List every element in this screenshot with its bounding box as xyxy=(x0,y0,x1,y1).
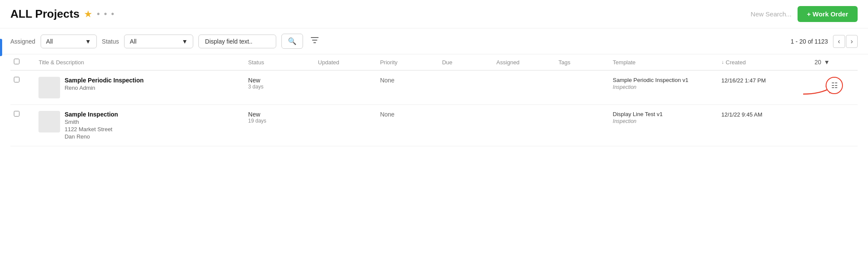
table-container: Title & Description Status Updated Prior… xyxy=(0,54,868,146)
row-subtitle: Reno Admin xyxy=(64,85,144,91)
status-value: All xyxy=(130,38,137,45)
col-header-assigned[interactable]: Assigned xyxy=(493,54,555,70)
row-checkbox[interactable] xyxy=(10,105,35,146)
col-header-priority[interactable]: Priority xyxy=(377,54,439,70)
assigned-label: Assigned xyxy=(10,38,35,45)
row-status: New 19 days xyxy=(245,105,315,146)
col-header-actions: 20 ▼ xyxy=(811,54,858,70)
header-right: New Search... + Work Order xyxy=(751,6,858,22)
work-order-button[interactable]: + Work Order xyxy=(798,6,858,22)
new-search-label: New Search... xyxy=(751,10,791,18)
row-updated xyxy=(315,70,377,105)
row-subtitle3: Dan Reno xyxy=(64,133,118,140)
row-template: Sample Periodic Inspection v1 Inspection xyxy=(610,70,718,105)
status-select[interactable]: All ▼ xyxy=(124,35,193,48)
row-title[interactable]: Sample Periodic Inspection xyxy=(64,77,144,84)
row-due xyxy=(439,105,493,146)
status-dropdown-icon: ▼ xyxy=(182,38,188,45)
col-header-created[interactable]: ↓ Created xyxy=(718,54,811,70)
row-action-cell: ☷ xyxy=(811,70,858,105)
next-page-button[interactable]: › xyxy=(846,35,858,48)
filter-button[interactable] xyxy=(308,34,321,49)
row-subtitle: Smith xyxy=(64,119,118,125)
col-header-due[interactable]: Due xyxy=(439,54,493,70)
col-header-title[interactable]: Title & Description xyxy=(35,54,245,70)
document-icon: ☷ xyxy=(831,81,838,90)
top-header: ALL Projects ★ • • • New Search... + Wor… xyxy=(0,0,868,28)
display-field-input[interactable]: Display field text.. xyxy=(198,35,276,48)
row-title-cell: Sample Inspection Smith 1122 Market Stre… xyxy=(35,105,245,146)
filter-bar: Assigned All ▼ Status All ▼ Display fiel… xyxy=(0,28,868,54)
row-template: Display Line Test v1 Inspection xyxy=(610,105,718,146)
col-count: 20 xyxy=(814,59,821,66)
row-status: New 3 days xyxy=(245,70,315,105)
row-assigned xyxy=(493,105,555,146)
header-left: ALL Projects ★ • • • xyxy=(10,7,115,21)
row-priority: None xyxy=(377,105,439,146)
row-action-cell xyxy=(811,105,858,146)
col-header-updated[interactable]: Updated xyxy=(315,54,377,70)
row-checkbox[interactable] xyxy=(10,70,35,105)
row-thumbnail xyxy=(38,111,60,132)
prev-page-button[interactable]: ‹ xyxy=(833,35,845,48)
row-priority: None xyxy=(377,70,439,105)
row-assigned xyxy=(493,70,555,105)
select-all-checkbox[interactable] xyxy=(10,54,35,70)
assigned-select[interactable]: All ▼ xyxy=(41,35,97,48)
pagination-info: 1 - 20 of 1123 xyxy=(791,38,828,45)
row-created: 12/16/22 1:47 PM xyxy=(718,70,811,105)
work-orders-table: Title & Description Status Updated Prior… xyxy=(10,54,858,146)
assigned-dropdown-icon: ▼ xyxy=(85,38,91,45)
col-header-status[interactable]: Status xyxy=(245,54,315,70)
more-options-icon[interactable]: • • • xyxy=(97,9,115,19)
page-title: ALL Projects xyxy=(10,7,80,21)
left-accent-bar xyxy=(0,39,2,56)
star-icon[interactable]: ★ xyxy=(84,9,93,20)
funnel-icon xyxy=(310,38,319,47)
pagination-buttons: ‹ › xyxy=(833,35,858,48)
assigned-value: All xyxy=(46,38,53,45)
sort-down-icon: ↓ xyxy=(721,59,724,65)
col-header-template[interactable]: Template xyxy=(610,54,718,70)
search-icon: 🔍 xyxy=(288,38,297,45)
row-thumbnail xyxy=(38,77,60,98)
col-header-tags[interactable]: Tags xyxy=(555,54,610,70)
row-action-button[interactable]: ☷ xyxy=(826,77,843,94)
table-row: Sample Periodic Inspection Reno Admin Ne… xyxy=(10,70,858,105)
table-row: Sample Inspection Smith 1122 Market Stre… xyxy=(10,105,858,146)
row-title-cell: Sample Periodic Inspection Reno Admin xyxy=(35,70,245,105)
row-tags xyxy=(555,70,610,105)
row-updated xyxy=(315,105,377,146)
row-subtitle2: 1122 Market Street xyxy=(64,126,118,132)
row-tags xyxy=(555,105,610,146)
row-due xyxy=(439,70,493,105)
col-options-icon[interactable]: ▼ xyxy=(824,59,830,66)
table-header-row: Title & Description Status Updated Prior… xyxy=(10,54,858,70)
search-button[interactable]: 🔍 xyxy=(281,34,303,49)
row-created: 12/1/22 9:45 AM xyxy=(718,105,811,146)
display-field-text: Display field text.. xyxy=(205,38,252,45)
row-title[interactable]: Sample Inspection xyxy=(64,111,118,118)
status-label: Status xyxy=(102,38,119,45)
